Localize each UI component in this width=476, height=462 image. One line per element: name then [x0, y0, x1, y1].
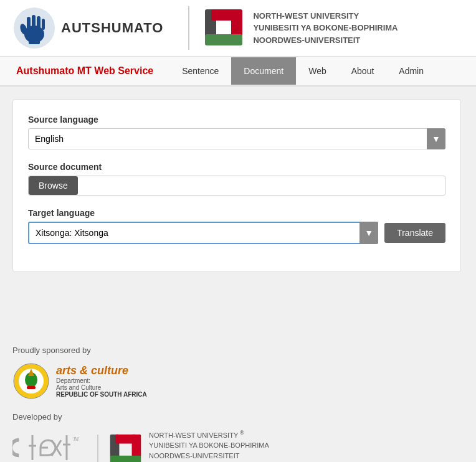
navbar: Autshumato MT Web Service Sentence Docum…: [0, 57, 476, 87]
source-language-label: Source language: [28, 115, 445, 125]
developer-divider: [97, 435, 98, 462]
source-language-group: Source language English Afrikaans ▼: [28, 115, 445, 149]
nwu-logo-icon: [202, 6, 245, 50]
source-document-group: Source document Browse: [28, 162, 445, 196]
main-content: Source language English Afrikaans ▼ Sour…: [0, 87, 476, 336]
logo-text: AUTSHUMATO: [61, 20, 163, 36]
svg-rect-3: [27, 17, 31, 29]
svg-rect-28: [115, 435, 136, 444]
hand-icon: [12, 6, 56, 50]
nwu-dev-line2: YUNIBESITI YA BOKONE-BOPHIRIMA: [149, 440, 269, 451]
developer-logos: TM NORTH-WEST UNIVERSITY ® YUNIBESITI YA…: [12, 429, 464, 462]
navbar-brand[interactable]: Autshumato MT Web Service: [6, 57, 163, 85]
ctext-logo-icon: TM: [12, 432, 87, 462]
nwu-line1: NORTH-WEST UNIVERSITY: [253, 10, 397, 22]
nav-item-admin[interactable]: Admin: [386, 57, 436, 85]
svg-rect-11: [211, 9, 236, 21]
nwu-dev-text-block: NORTH-WEST UNIVERSITY ® YUNIBESITI YA BO…: [149, 429, 269, 462]
header: AUTSHUMATO NORTH-WEST UNIVERSITY YUNIBES…: [0, 0, 476, 57]
sponsored-text: Proudly sponsored by: [12, 346, 464, 355]
nwu-line3: NOORDWES-UNIVERSITEIT: [253, 34, 397, 47]
autshumato-logo: AUTSHUMATO: [12, 6, 163, 50]
translate-row: Xitsonga: Xitsonga Afrikaans: Afrikaans …: [28, 222, 445, 244]
file-display: Browse: [28, 176, 445, 196]
svg-rect-5: [37, 16, 40, 29]
source-language-wrapper: English Afrikaans ▼: [28, 128, 445, 149]
nav-item-sentence[interactable]: Sentence: [169, 57, 231, 85]
source-language-select[interactable]: English Afrikaans: [28, 128, 445, 149]
dac-dept-text: Department: Arts and Culture: [56, 377, 147, 391]
source-document-label: Source document: [28, 162, 445, 172]
dac-main-text: arts & culture: [56, 364, 147, 377]
sponsor-logo-block: arts & culture Department: Arts and Cult…: [12, 362, 464, 400]
svg-rect-27: [110, 456, 141, 462]
file-path-input[interactable]: [78, 177, 445, 194]
svg-rect-10: [205, 34, 242, 45]
dac-text-block: arts & culture Department: Arts and Cult…: [56, 364, 147, 398]
svg-rect-6: [42, 19, 45, 30]
svg-rect-16: [27, 386, 36, 389]
target-language-wrapper: Xitsonga: Xitsonga Afrikaans: Afrikaans …: [28, 222, 378, 244]
svg-rect-7: [29, 39, 40, 44]
dac-republic-text: REPUBLIC OF SOUTH AFRICA: [56, 391, 147, 398]
nav-item-document[interactable]: Document: [231, 57, 296, 85]
target-language-group: Target language Xitsonga: Xitsonga Afrik…: [28, 208, 445, 244]
translation-card: Source language English Afrikaans ▼ Sour…: [12, 99, 461, 272]
svg-rect-4: [32, 15, 36, 29]
dac-emblem-icon: [12, 362, 50, 400]
nwu-dev-line1: NORTH-WEST UNIVERSITY ®: [149, 429, 269, 440]
nav-item-web[interactable]: Web: [296, 57, 339, 85]
nwu-line2: YUNIBESITI YA BOKONE-BOPHIRIMA: [253, 22, 397, 34]
nav-item-about[interactable]: About: [339, 57, 387, 85]
nav-items: Sentence Document Web About Admin: [169, 57, 436, 85]
nwu-dev-block: NORTH-WEST UNIVERSITY ® YUNIBESITI YA BO…: [108, 429, 269, 462]
browse-button[interactable]: Browse: [29, 176, 78, 195]
nwu-dev-logo-icon: [108, 433, 143, 462]
nwu-text-block: NORTH-WEST UNIVERSITY YUNIBESITI YA BOKO…: [253, 10, 397, 47]
target-language-select[interactable]: Xitsonga: Xitsonga Afrikaans: Afrikaans …: [28, 222, 378, 244]
nwu-dev-line3: NOORDWES-UNIVERSITEIT: [149, 451, 269, 461]
translate-button[interactable]: Translate: [384, 223, 445, 243]
svg-text:TM: TM: [73, 436, 79, 442]
developed-text: Developed by: [12, 412, 464, 422]
target-language-label: Target language: [28, 208, 445, 218]
footer-section: Proudly sponsored by arts & culture Depa…: [0, 336, 476, 462]
header-divider: [188, 6, 189, 50]
nwu-logo-block: NORTH-WEST UNIVERSITY YUNIBESITI YA BOKO…: [202, 6, 397, 50]
